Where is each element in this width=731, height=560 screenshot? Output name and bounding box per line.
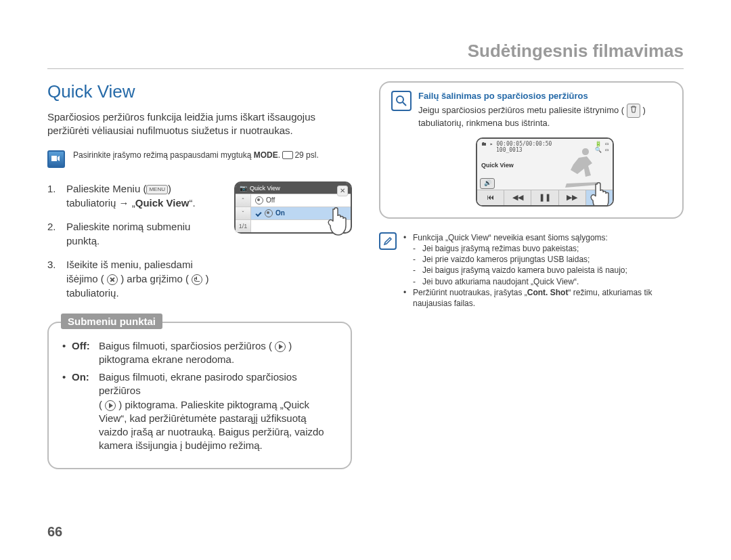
lcd2-rew-btn: ◀◀ bbox=[504, 190, 531, 205]
step1-a: Palieskite Meniu ( bbox=[66, 183, 146, 194]
step1-bold: Quick View bbox=[135, 197, 190, 209]
header-title: Sudėtingesnis filmavimas bbox=[47, 41, 684, 68]
lcd-on-label: On bbox=[275, 209, 285, 217]
lcd2-pause-btn: ❚❚ bbox=[531, 190, 558, 205]
note-l2b: Cont. Shot bbox=[527, 288, 569, 297]
submenu-on: • On: Baigus filmuoti, ekrane pasirodo s… bbox=[62, 370, 337, 453]
lcd2-prev-btn: ⏮ bbox=[477, 190, 504, 205]
lcd-title: Quick View bbox=[250, 185, 280, 192]
note-box: •Funkcija „Quick View“ neveikia esant ši… bbox=[379, 232, 684, 309]
radio-off-icon bbox=[255, 196, 263, 204]
lcd2-time: 00:00:05/00:00:50 bbox=[496, 141, 552, 147]
submenu-title: Submeniu punktai bbox=[61, 314, 162, 329]
playback-screenshot: 🖿 ▸ 00:00:05/00:00:50100_0013 🔋 ▭🔍 ▭ Qui… bbox=[476, 137, 614, 207]
lcd2-quickview-label: Quick View bbox=[481, 162, 514, 169]
on-text-1: Baigus filmuoti, ekrane pasirodo sparčio… bbox=[99, 371, 297, 396]
check-icon bbox=[255, 210, 262, 217]
exit-icon bbox=[107, 274, 118, 285]
lcd-off-label: Off bbox=[266, 196, 275, 204]
step1-c: “. bbox=[189, 197, 195, 209]
mode-note-page: 29 psl. bbox=[294, 150, 318, 160]
return-icon bbox=[192, 274, 202, 285]
menu-screenshot: 📷Quick View ✕ ˆ Off ˇ On 1/1 bbox=[234, 181, 352, 234]
note-line-2: •Peržiūrint nuotraukas, įrašytas „Cont. … bbox=[403, 287, 684, 309]
quickview-play-icon bbox=[275, 341, 286, 352]
lcd-close-icon: ✕ bbox=[337, 186, 348, 196]
note-pencil-icon bbox=[379, 232, 397, 250]
step-2: 2. Palieskite norimą submeniu punktą. bbox=[47, 219, 222, 248]
note-l2a: Peržiūrint nuotraukas, įrašytas „ bbox=[413, 288, 527, 297]
page-ref-icon bbox=[282, 151, 293, 159]
lcd-down-icon: ˇ bbox=[236, 207, 251, 219]
lcd-page: 1/1 bbox=[236, 220, 251, 232]
record-mode-icon bbox=[47, 150, 65, 168]
page-number: 66 bbox=[47, 524, 62, 540]
svg-line-1 bbox=[403, 102, 406, 106]
touch-hand-icon-2 bbox=[587, 180, 614, 207]
delete-info-a: Jeigu sparčiosios peržiūros metu paliesi… bbox=[418, 105, 627, 115]
lcd2-folder-icon: 🖿 bbox=[481, 141, 487, 147]
touch-hand-icon bbox=[325, 205, 353, 239]
off-label: Off: bbox=[72, 340, 90, 351]
mode-note-pre: Pasirinkite įrašymo režimą paspausdami m… bbox=[73, 150, 254, 160]
lcd-up-icon: ˆ bbox=[236, 194, 251, 207]
step-1: 1. Palieskite Meniu (MENU) tabuliatorių … bbox=[47, 181, 222, 210]
off-text-a: Baigus filmuoti, sparčiosios peržiūros ( bbox=[99, 340, 275, 351]
lcd2-folder: 100_0013 bbox=[496, 147, 523, 153]
note-d3: -Jei baigus įrašymą vaizdo kamera buvo p… bbox=[403, 265, 684, 276]
lcd-camera-icon: 📷 bbox=[240, 185, 247, 192]
quickview-play-icon-2 bbox=[105, 400, 116, 411]
on-text-2b: ) piktograma. Palieskite piktogramą „Qui… bbox=[99, 399, 324, 452]
section-title: Quick View bbox=[47, 81, 352, 102]
lcd2-fwd-btn: ▶▶ bbox=[559, 190, 586, 205]
menu-button-icon: MENU bbox=[146, 185, 168, 194]
radio-on-icon bbox=[265, 209, 273, 217]
mode-note: Pasirinkite įrašymo režimą paspausdami m… bbox=[47, 150, 352, 168]
mode-note-post: . bbox=[278, 150, 283, 160]
note-d1: -Jei baigus įrašymą režimas buvo pakeist… bbox=[403, 243, 684, 254]
note-d2: -Jei prie vaizdo kameros prijungtas USB … bbox=[403, 254, 684, 265]
delete-info-box: Failų šalinimas po sparčiosios peržiūros… bbox=[379, 81, 684, 219]
mode-note-btn: MODE bbox=[254, 150, 278, 160]
note-d4: -Jei buvo atkuriama naudojant „Quick Vie… bbox=[403, 276, 684, 287]
right-column: Failų šalinimas po sparčiosios peržiūros… bbox=[379, 81, 684, 469]
trash-icon bbox=[627, 104, 640, 118]
svg-point-0 bbox=[397, 96, 403, 103]
left-column: Quick View Sparčiosios peržiūros funkcij… bbox=[47, 81, 352, 469]
submenu-box: Submeniu punktai • Off: Baigus filmuoti,… bbox=[47, 322, 352, 469]
note-line-1: •Funkcija „Quick View“ neveikia esant ši… bbox=[403, 232, 684, 243]
lcd2-volume-icon: 🔊 bbox=[480, 178, 495, 189]
step3-b: ) arba grįžimo ( bbox=[118, 273, 192, 284]
delete-info-title: Failų šalinimas po sparčiosios peržiūros bbox=[418, 91, 671, 101]
intro-text: Sparčiosios peržiūros funkcija leidžia j… bbox=[47, 110, 352, 138]
on-text-2a: ( bbox=[99, 399, 105, 410]
on-label: On: bbox=[72, 371, 89, 383]
header-rule bbox=[47, 68, 684, 69]
submenu-off: • Off: Baigus filmuoti, sparčiosios perž… bbox=[62, 339, 337, 367]
step2-text: Palieskite norimą submeniu punktą. bbox=[66, 219, 222, 248]
step-3: 3. Išeikite iš meniu, paliesdami išėjimo… bbox=[47, 257, 222, 300]
steps-list: 1. Palieskite Meniu (MENU) tabuliatorių … bbox=[47, 181, 222, 309]
magnifier-icon bbox=[391, 91, 412, 111]
